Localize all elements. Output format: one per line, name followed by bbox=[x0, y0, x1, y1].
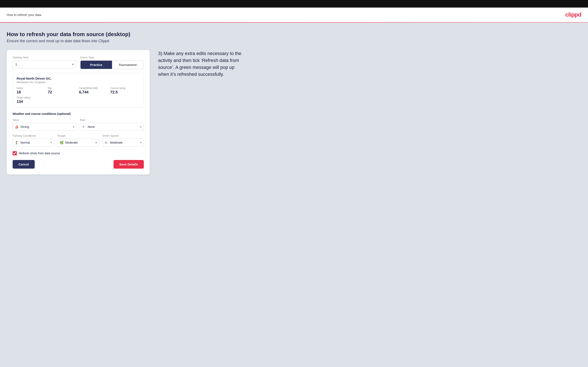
rain-section: Rain ☀ None Light Heavy ▾ bbox=[80, 118, 144, 131]
starting-hole-label: Starting Hole bbox=[13, 56, 76, 59]
course-stats: Holes 18 Par 72 Yards/White (M)) 6,744 C… bbox=[17, 87, 140, 104]
yards-stat: Yards/White (M)) 6,744 bbox=[79, 87, 109, 94]
par-stat: Par 72 bbox=[48, 87, 78, 94]
conditions-title: Weather and course conditions (optional) bbox=[13, 112, 144, 116]
course-rating-value: 72.5 bbox=[110, 90, 140, 94]
rain-label: Rain bbox=[80, 118, 144, 122]
cancel-button[interactable]: Cancel bbox=[13, 160, 35, 169]
green-speed-label: Green Speed bbox=[102, 134, 144, 137]
holes-value: 18 bbox=[17, 90, 46, 94]
tournament-button[interactable]: Tournament bbox=[112, 61, 144, 69]
course-name: Royal North Devon GC, bbox=[17, 77, 140, 80]
course-info-box: Royal North Devon GC, Westward Ho!, Engl… bbox=[13, 73, 144, 108]
rain-select[interactable]: None Light Heavy bbox=[80, 123, 144, 131]
course-location: Westward Ho!, England bbox=[17, 81, 140, 84]
game-type-toggle: Practice Tournament bbox=[80, 60, 144, 69]
starting-hole-wrapper: 1 10 ▾ bbox=[13, 60, 76, 68]
top-bar bbox=[0, 0, 588, 8]
par-label: Par bbox=[48, 87, 78, 90]
slope-rating-value: 134 bbox=[17, 100, 46, 104]
starting-hole-select[interactable]: 1 10 bbox=[13, 60, 76, 68]
fairway-section: Fairway Conditions 🏌 Normal Firm Soft ▾ bbox=[13, 134, 54, 147]
instruction-text: 3) Make any extra edits necessary to the… bbox=[158, 50, 242, 78]
slope-rating-label: Slope rating bbox=[17, 96, 46, 99]
rough-label: Rough bbox=[57, 134, 99, 137]
rough-select[interactable]: Moderate Light Heavy bbox=[57, 139, 99, 147]
page-subheading: Ensure the correct and most up to date d… bbox=[7, 39, 581, 43]
content-area: How to refresh your data from source (de… bbox=[0, 23, 588, 367]
rough-section: Rough 🌿 Moderate Light Heavy ▾ bbox=[57, 134, 99, 147]
refresh-label: Refresh shots from data source bbox=[19, 152, 60, 155]
refresh-checkbox-row: Refresh shots from data source bbox=[13, 151, 144, 155]
page-heading: How to refresh your data from source (de… bbox=[7, 31, 581, 38]
course-rating-stat: Course rating 72.5 bbox=[110, 87, 140, 94]
starting-hole-section: Starting Hole 1 10 ▾ bbox=[13, 56, 76, 69]
fairway-select[interactable]: Normal Firm Soft bbox=[13, 139, 54, 147]
course-rating-label: Course rating bbox=[110, 87, 140, 90]
yards-value: 6,744 bbox=[79, 90, 109, 94]
game-type-section: Game Type Practice Tournament bbox=[80, 56, 144, 69]
game-type-label: Game Type bbox=[80, 56, 144, 59]
top-row: Starting Hole 1 10 ▾ Game Type Practice … bbox=[13, 56, 144, 69]
wind-label: Wind bbox=[13, 118, 77, 122]
header: How to refresh your data clippd bbox=[0, 8, 588, 22]
fairway-label: Fairway Conditions bbox=[13, 134, 54, 137]
green-speed-section: Green Speed ⚙ Moderate Fast Slow ▾ bbox=[102, 134, 144, 147]
header-title: How to refresh your data bbox=[7, 13, 41, 17]
wind-rain-row: Wind ⛵ Strong Light None ▾ Rain ☀ bbox=[13, 118, 144, 131]
refresh-checkbox[interactable] bbox=[13, 151, 17, 155]
conditions-3-row: Fairway Conditions 🏌 Normal Firm Soft ▾ … bbox=[13, 134, 144, 147]
holes-stat: Holes 18 bbox=[17, 87, 46, 94]
green-speed-select[interactable]: Moderate Fast Slow bbox=[102, 139, 144, 147]
green-speed-dropdown-wrapper: ⚙ Moderate Fast Slow ▾ bbox=[102, 139, 144, 147]
wind-dropdown-wrapper: ⛵ Strong Light None ▾ bbox=[13, 123, 77, 131]
button-row: Cancel Save Details bbox=[13, 160, 144, 169]
edit-card: Starting Hole 1 10 ▾ Game Type Practice … bbox=[7, 50, 150, 175]
wind-select[interactable]: Strong Light None bbox=[13, 123, 77, 131]
slope-rating-stat: Slope rating 134 bbox=[17, 96, 46, 104]
main-layout: Starting Hole 1 10 ▾ Game Type Practice … bbox=[7, 50, 581, 175]
par-value: 72 bbox=[48, 90, 78, 94]
rough-dropdown-wrapper: 🌿 Moderate Light Heavy ▾ bbox=[57, 139, 99, 147]
wind-section: Wind ⛵ Strong Light None ▾ bbox=[13, 118, 77, 131]
rain-dropdown-wrapper: ☀ None Light Heavy ▾ bbox=[80, 123, 144, 131]
yards-label: Yards/White (M)) bbox=[79, 87, 109, 90]
save-button[interactable]: Save Details bbox=[113, 160, 144, 169]
holes-label: Holes bbox=[17, 87, 46, 90]
fairway-dropdown-wrapper: 🏌 Normal Firm Soft ▾ bbox=[13, 139, 54, 147]
logo: clippd bbox=[565, 11, 581, 18]
practice-button[interactable]: Practice bbox=[80, 61, 112, 69]
